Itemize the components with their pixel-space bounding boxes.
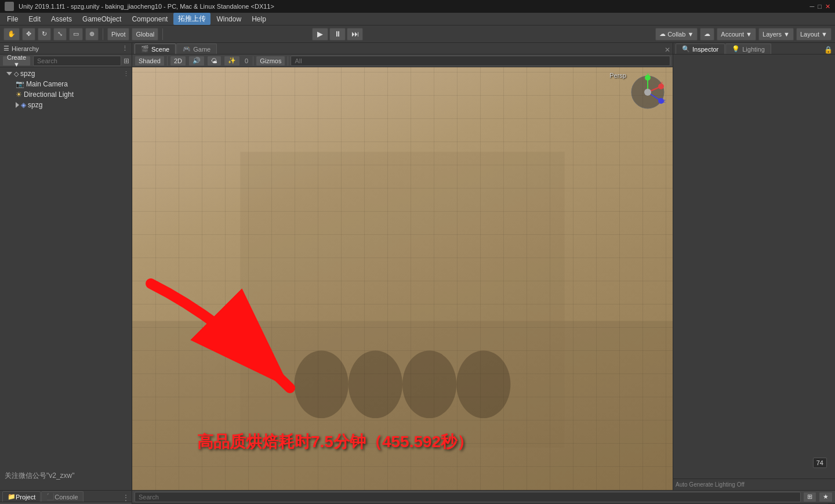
arch-overlay-svg xyxy=(132,67,673,490)
menu-assets[interactable]: Assets xyxy=(46,14,77,24)
game-tab[interactable]: 🎮 Game xyxy=(176,43,217,54)
unity-logo-icon xyxy=(5,2,14,11)
scene-toolbar: Shaded 2D 🔊 🌤 ✨ 0 Gizmos xyxy=(132,55,673,67)
light-icon: ☀ xyxy=(16,90,22,99)
inspector-tab[interactable]: 🔍 Inspector xyxy=(676,43,725,54)
maximize-button[interactable]: □ xyxy=(818,3,822,10)
layers-dropdown[interactable]: Layers ▼ xyxy=(758,28,794,41)
scene-icon: 🎬 xyxy=(141,45,149,53)
auto-generate-text: Auto Generate Lighting Off xyxy=(673,478,835,490)
hierarchy-item-label: Main Camera xyxy=(26,80,68,88)
play-controls: ▶ ⏸ ⏭ xyxy=(312,28,363,41)
transform-tool-button[interactable]: ⊕ xyxy=(85,28,99,41)
menu-gameobject[interactable]: GameObject xyxy=(78,14,126,24)
play-button[interactable]: ▶ xyxy=(312,28,328,41)
file-list-star-btn[interactable]: ★ xyxy=(819,492,833,502)
right-panel: 🔍 Inspector 💡 Lighting 🔒 Auto Generate L… xyxy=(673,43,835,490)
lighting-tab[interactable]: 💡 Lighting xyxy=(725,43,771,54)
toolbar-divider xyxy=(167,56,168,66)
hierarchy-item-directional-light[interactable]: ☀ Directional Light xyxy=(0,89,132,100)
svg-text:Y: Y xyxy=(647,72,650,77)
fps-badge: 74 xyxy=(813,458,827,468)
hierarchy-options-icon[interactable]: ⋮ xyxy=(123,70,129,78)
hand-tool-button[interactable]: ✋ xyxy=(3,28,20,41)
folder-icon: ◇ xyxy=(14,70,19,78)
camera-icon: 📷 xyxy=(16,80,24,88)
panel-lock-icon[interactable]: 🔒 xyxy=(824,46,833,54)
hierarchy-create-button[interactable]: Create ▼ xyxy=(2,56,31,66)
console-icon: ⬛ xyxy=(46,493,55,501)
close-button[interactable]: ✕ xyxy=(825,3,830,10)
cloud-button[interactable]: ☁ xyxy=(700,28,714,41)
menu-bar: File Edit Assets GameObject Component 拓推… xyxy=(0,13,835,26)
hierarchy-toolbar: Create ▼ ⊞ xyxy=(0,55,132,67)
hierarchy-menu-button[interactable]: ⋮ xyxy=(122,45,128,52)
gizmo-svg: X Y Z xyxy=(627,72,668,113)
shaded-dropdown[interactable]: Shaded xyxy=(135,56,165,66)
toolbar-sep-1 xyxy=(103,28,103,40)
svg-text:Z: Z xyxy=(663,99,666,104)
2d-button[interactable]: 2D xyxy=(170,56,186,66)
pause-button[interactable]: ⏸ xyxy=(329,28,346,41)
skybox-button[interactable]: 🌤 xyxy=(207,56,222,66)
minimize-button[interactable]: ─ xyxy=(810,3,815,10)
project-icon: 📁 xyxy=(8,493,16,501)
hierarchy-icon: ☰ xyxy=(3,45,9,52)
hierarchy-panel: ☰ Hierarchy ⋮ Create ▼ ⊞ ◇ spzg ⋮ 📷 Main… xyxy=(0,43,132,490)
global-button[interactable]: Global xyxy=(132,28,158,41)
rect-tool-button[interactable]: ▭ xyxy=(69,28,83,41)
hierarchy-item-main-camera[interactable]: 📷 Main Camera xyxy=(0,79,132,89)
lighting-icon: 💡 xyxy=(732,45,740,53)
fx-button[interactable]: ✨ xyxy=(224,56,240,66)
console-tab[interactable]: ⬛ Console xyxy=(41,491,83,502)
hierarchy-filter-button[interactable]: ⊞ xyxy=(124,57,129,65)
layout-dropdown[interactable]: Layout ▼ xyxy=(796,28,832,41)
audio-button[interactable]: 🔊 xyxy=(188,56,205,66)
arch-scene: X Y Z Persp xyxy=(132,67,673,490)
scene-search-input[interactable] xyxy=(291,56,670,66)
scale-tool-button[interactable]: ⤡ xyxy=(53,28,67,41)
svg-point-3 xyxy=(348,350,402,418)
file-list-menu-btn[interactable]: ⊞ xyxy=(803,492,816,502)
svg-point-16 xyxy=(644,89,651,96)
project-tabs-bar: 📁 Project ⬛ Console ⋮ xyxy=(0,491,132,502)
file-list-panel: ⊞ ★ 📁 Materials 📁 Scenes 📁 spzg.fbm xyxy=(132,491,835,504)
toolbar-divider-2 xyxy=(253,56,253,66)
right-panel-tabs: 🔍 Inspector 💡 Lighting 🔒 xyxy=(673,43,835,55)
pivot-button[interactable]: Pivot xyxy=(107,28,129,41)
collab-button[interactable]: ☁ Collab ▼ xyxy=(655,28,698,41)
gizmo-container: X Y Z xyxy=(627,72,668,113)
step-button[interactable]: ⏭ xyxy=(347,28,363,41)
hierarchy-search-input[interactable] xyxy=(33,56,121,66)
hierarchy-item-label: spzg xyxy=(28,101,42,109)
file-search-input[interactable] xyxy=(135,492,801,502)
hierarchy-item-spzg-child[interactable]: ◈ spzg xyxy=(0,100,132,110)
hierarchy-header: ☰ Hierarchy ⋮ xyxy=(0,43,132,55)
right-panel-content xyxy=(673,55,835,478)
rotate-tool-button[interactable]: ↻ xyxy=(38,28,51,41)
scene-viewport[interactable]: X Y Z Persp xyxy=(132,67,673,490)
svg-point-4 xyxy=(402,350,456,418)
hierarchy-item-spzg-root[interactable]: ◇ spzg ⋮ xyxy=(0,68,132,79)
scene-tab[interactable]: 🎬 Scene xyxy=(135,43,176,54)
perspective-label: Persp xyxy=(609,72,626,79)
project-tab[interactable]: 📁 Project xyxy=(2,491,41,502)
scene-close-icon[interactable]: ✕ xyxy=(665,46,670,54)
project-panel-menu-icon[interactable]: ⋮ xyxy=(122,494,129,502)
svg-text:X: X xyxy=(660,81,663,86)
toolbar: ✋ ✥ ↻ ⤡ ▭ ⊕ Pivot Global ▶ ⏸ ⏭ ☁ Collab … xyxy=(0,26,835,43)
hierarchy-content: ◇ spzg ⋮ 📷 Main Camera ☀ Directional Lig… xyxy=(0,67,132,490)
menu-file[interactable]: File xyxy=(2,14,23,24)
menu-help[interactable]: Help xyxy=(247,14,271,24)
move-tool-button[interactable]: ✥ xyxy=(22,28,35,41)
account-dropdown[interactable]: Account ▼ xyxy=(717,28,756,41)
expand-icon[interactable] xyxy=(6,72,12,75)
toolbar-sep-2 xyxy=(162,28,163,40)
expand-icon[interactable] xyxy=(16,102,19,108)
project-panel: 📁 Project ⬛ Console ⋮ Create ▼ ★ Favorit… xyxy=(0,491,132,504)
menu-edit[interactable]: Edit xyxy=(24,14,45,24)
menu-window[interactable]: Window xyxy=(212,14,246,24)
menu-component[interactable]: Component xyxy=(127,14,172,24)
gizmos-button[interactable]: Gizmos xyxy=(256,56,285,66)
menu-upload[interactable]: 拓推上传 xyxy=(173,13,210,25)
